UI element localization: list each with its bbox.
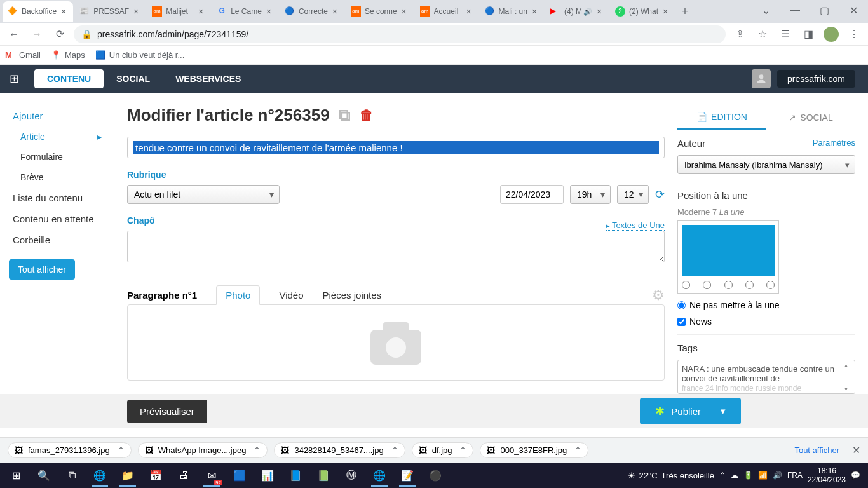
pos-radio-3[interactable] [724, 281, 733, 289]
sidebar-tout-afficher-button[interactable]: Tout afficher [9, 259, 75, 280]
battery-icon[interactable]: 🔋 [743, 471, 753, 480]
pos-radio-4[interactable] [745, 281, 754, 289]
browser-tab-1[interactable]: 📰PRESSAF× [74, 1, 146, 22]
browser-tab-2[interactable]: amMalijet× [147, 1, 210, 22]
close-icon[interactable]: × [196, 7, 205, 16]
app-icon[interactable]: 📗 [310, 464, 337, 487]
edge-icon[interactable]: 🌐 [86, 464, 113, 487]
bookmark-star-icon[interactable]: ☆ [754, 25, 771, 43]
textes-une-link[interactable]: Textes de Une [606, 220, 665, 231]
task-view-icon[interactable]: ⧉ [58, 464, 85, 487]
browser-tab-0[interactable]: 🔶Backoffice× [3, 1, 73, 22]
publier-button[interactable]: Publier▾ [640, 398, 741, 424]
sidebar-breve[interactable]: Brève [0, 167, 114, 187]
date-input[interactable] [500, 185, 564, 204]
sidebar-liste[interactable]: Liste du contenu [0, 187, 114, 208]
chevron-up-icon[interactable]: ⌃ [254, 445, 261, 455]
side-panel-icon[interactable]: ◨ [799, 25, 817, 43]
download-item[interactable]: 🖼famas_279311396.jpg⌃ [8, 442, 132, 458]
close-icon[interactable]: × [330, 7, 339, 16]
hp-icon[interactable]: 🖨 [170, 464, 197, 487]
chrome-menu-button[interactable]: ⋮ [845, 25, 863, 43]
browser-tab-7[interactable]: 🔵Mali : un× [480, 1, 544, 22]
tray-chevron-icon[interactable]: ⌃ [719, 471, 726, 480]
photo-dropzone[interactable] [127, 304, 665, 381]
nav-contenu[interactable]: CONTENU [34, 69, 104, 88]
new-tab-button[interactable]: + [676, 5, 694, 18]
tab-pieces[interactable]: Pièces jointes [323, 286, 382, 304]
volume-icon[interactable]: 🔊 [773, 471, 782, 480]
close-icon[interactable]: × [595, 7, 604, 16]
browser-tab-4[interactable]: 🔵Correcte× [280, 1, 344, 22]
bookmark-maps[interactable]: 📍Maps [51, 50, 85, 60]
user-avatar[interactable] [752, 69, 771, 88]
rubrique-select[interactable]: Actu en filet [127, 185, 280, 204]
notifications-icon[interactable]: 💬 [851, 471, 860, 480]
rc-tab-social[interactable]: ↗SOCIAL [766, 105, 855, 130]
app-icon[interactable]: 🟦 [226, 464, 253, 487]
explorer-icon[interactable]: 📁 [114, 464, 141, 487]
reload-button[interactable]: ⟳ [51, 25, 69, 43]
app-icon[interactable]: 📘 [282, 464, 309, 487]
close-icon[interactable]: × [59, 7, 68, 16]
clock[interactable]: 18:1622/04/2023 [808, 466, 846, 485]
pos-radio-2[interactable] [703, 281, 711, 289]
rc-tab-edition[interactable]: 📄EDITION [677, 105, 766, 130]
download-item[interactable]: 🖼000_337E8FR.jpg⌃ [480, 442, 588, 458]
tab-video[interactable]: Vidéo [279, 286, 303, 304]
close-icon[interactable]: × [132, 7, 140, 16]
news-checkbox[interactable] [677, 318, 686, 326]
no-une-radio[interactable] [677, 301, 686, 309]
browser-tab-8[interactable]: ▶(4) M🔊× [545, 1, 609, 22]
mail-icon[interactable]: ✉92 [198, 464, 225, 487]
tab-dropdown-icon[interactable]: ⌄ [751, 0, 780, 20]
search-icon[interactable]: 🔍 [31, 464, 57, 487]
pos-radio-1[interactable] [682, 281, 690, 289]
bookmark-gmail[interactable]: MGmail [5, 50, 41, 60]
close-icon[interactable]: × [264, 7, 273, 16]
app-icon[interactable]: 📊 [254, 464, 281, 487]
chevron-up-icon[interactable]: ⌃ [459, 445, 466, 455]
bookmark-club[interactable]: 🟦Un club veut déjà r... [95, 50, 185, 60]
app-icon[interactable]: Ⓜ [338, 464, 365, 487]
window-close-button[interactable]: ✕ [839, 0, 868, 20]
close-icon[interactable]: × [400, 7, 409, 16]
window-maximize-button[interactable]: ▢ [810, 0, 839, 20]
chevron-up-icon[interactable]: ⌃ [391, 445, 398, 455]
obs-icon[interactable]: ⚫ [422, 464, 449, 487]
download-item[interactable]: 🖼df.jpg⌃ [412, 442, 474, 458]
profile-avatar[interactable] [822, 25, 840, 43]
back-button[interactable]: ← [5, 25, 23, 43]
browser-tab-6[interactable]: amAccueil× [415, 1, 478, 22]
downloads-show-all[interactable]: Tout afficher [794, 445, 839, 455]
gear-icon[interactable]: ⚙ [652, 287, 665, 304]
tags-input[interactable]: NARA : une embuscade tendue contre un co… [677, 360, 855, 394]
wifi-icon[interactable]: 📶 [758, 471, 768, 480]
article-title-input[interactable]: tendue contre un convoi de ravitaillemen… [127, 137, 665, 158]
hour-select[interactable]: 19h [570, 185, 611, 204]
browser-tab-9[interactable]: 2(2) What× [610, 1, 675, 22]
window-minimize-button[interactable]: — [780, 0, 810, 20]
reading-list-icon[interactable]: ☰ [776, 25, 794, 43]
download-item[interactable]: 🖼342828149_53467....jpg⌃ [274, 442, 405, 458]
browser-tab-3[interactable]: GLe Came× [212, 1, 278, 22]
parametres-link[interactable]: Paramètres [813, 138, 855, 149]
publier-dropdown[interactable]: ▾ [714, 405, 726, 417]
audio-icon[interactable]: 🔊 [583, 8, 592, 16]
sidebar-attente[interactable]: Contenu en attente [0, 208, 114, 229]
calendar-icon[interactable]: 📅 [142, 464, 169, 487]
trash-icon[interactable]: 🗑 [360, 107, 374, 124]
url-input[interactable]: 🔒 pressafrik.com/admin/page/72341159/ [74, 25, 726, 43]
language-indicator[interactable]: FRA [787, 471, 803, 480]
onedrive-icon[interactable]: ☁ [731, 471, 738, 480]
apps-grid-icon[interactable]: ⊞ [0, 65, 28, 93]
minute-select[interactable]: 12 [617, 185, 649, 204]
chrome-icon[interactable]: 🌐 [366, 464, 393, 487]
close-icon[interactable]: × [661, 7, 670, 16]
chevron-up-icon[interactable]: ⌃ [574, 445, 581, 455]
word-icon[interactable]: 📝 [394, 464, 421, 487]
sidebar-ajouter[interactable]: Ajouter [0, 105, 114, 126]
share-icon[interactable]: ⇪ [731, 25, 749, 43]
nav-webservices[interactable]: WEBSERVICES [163, 69, 254, 88]
sidebar-corbeille[interactable]: Corbeille [0, 229, 114, 250]
